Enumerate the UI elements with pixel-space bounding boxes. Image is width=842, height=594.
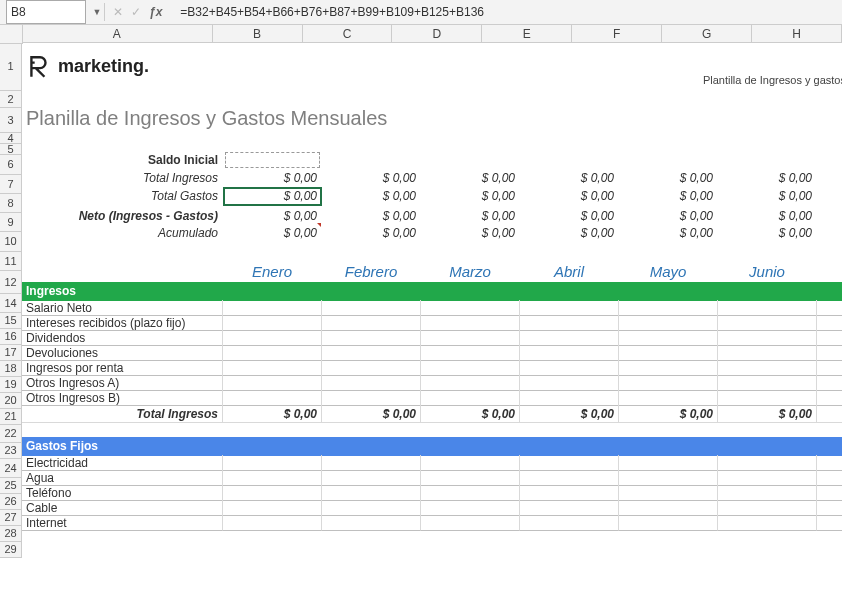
row-header-8[interactable]: 8 [0,194,22,213]
page-title[interactable]: Planilla de Ingresos y Gastos Mensuales [22,106,842,131]
ingreso-cell[interactable] [817,330,842,346]
ingreso-cell[interactable] [421,315,520,331]
empty[interactable] [817,150,842,170]
gasto-cell[interactable] [223,485,322,501]
ingreso-cell[interactable] [718,375,817,391]
name-box-dropdown[interactable]: ▼ [90,7,104,17]
total-gastos-val[interactable]: $ 0,00 [421,187,520,206]
ingreso-cell[interactable] [619,375,718,391]
acumulado-val[interactable]: $ 0,00 [421,223,520,243]
ingreso-cell[interactable] [520,330,619,346]
col-header-F[interactable]: F [572,25,662,43]
gasto-cell[interactable] [718,485,817,501]
ingreso-cell[interactable] [619,330,718,346]
gasto-cell[interactable] [718,470,817,486]
total-ingresos-section-val[interactable]: $ 0,00 [520,405,619,423]
gasto-cell[interactable] [718,515,817,531]
ingreso-cell[interactable] [718,390,817,406]
row-header-7[interactable]: 7 [0,175,22,194]
total-gastos-val[interactable]: $ 0,00 [817,187,842,206]
month-Febrero[interactable]: Febrero [322,260,421,283]
total-gastos-val[interactable]: $ 0,00 [322,187,421,206]
row-header-21[interactable]: 21 [0,409,22,425]
ingreso-cell[interactable] [718,315,817,331]
empty[interactable] [22,260,223,283]
month-Abril[interactable]: Abril [520,260,619,283]
row-header-6[interactable]: 6 [0,155,22,175]
gasto-cell[interactable] [718,455,817,471]
ingreso-cell[interactable] [421,390,520,406]
select-all-corner[interactable] [0,25,23,44]
gasto-cell[interactable] [817,500,842,516]
empty[interactable] [619,422,718,438]
section-ingresos[interactable]: Ingresos [22,282,842,301]
total-ingresos-section-val[interactable]: $ 0,00 [619,405,718,423]
ingreso-cell[interactable] [817,390,842,406]
gasto-cell[interactable] [421,500,520,516]
month-Julio[interactable]: Julio [817,260,842,283]
row-header-5[interactable]: 5 [0,144,22,155]
total-ingresos-label[interactable]: Total Ingresos [22,169,223,188]
gasto-cell[interactable] [223,470,322,486]
ingreso-cell[interactable] [223,390,322,406]
ingreso-cell[interactable] [817,300,842,316]
total-ingresos-section-val[interactable]: $ 0,00 [421,405,520,423]
gasto-cell[interactable] [223,455,322,471]
ingreso-cell[interactable] [718,360,817,376]
empty[interactable] [22,90,842,107]
ingreso-item[interactable]: Salario Neto [22,300,223,316]
ingreso-cell[interactable] [520,300,619,316]
gasto-cell[interactable] [619,515,718,531]
row-header-11[interactable]: 11 [0,252,22,271]
cells-area[interactable]: marketing.Plantilla de Ingresos y gastos… [22,43,842,558]
month-Mayo[interactable]: Mayo [619,260,718,283]
total-ingresos-val[interactable]: $ 0,00 [322,169,421,188]
empty[interactable] [421,422,520,438]
row-header-25[interactable]: 25 [0,478,22,494]
ingreso-cell[interactable] [322,300,421,316]
ingreso-cell[interactable] [322,390,421,406]
total-ingresos-val[interactable]: $ 0,00 [520,169,619,188]
acumulado-val[interactable]: $ 0,00 [223,223,322,243]
ingreso-cell[interactable] [322,330,421,346]
gasto-cell[interactable] [322,515,421,531]
ingreso-cell[interactable] [322,315,421,331]
formula-input[interactable]: =B32+B45+B54+B66+B76+B87+B99+B109+B125+B… [176,5,842,19]
row-header-12[interactable]: 12 [0,271,22,294]
empty[interactable] [718,422,817,438]
gasto-cell[interactable] [817,485,842,501]
empty[interactable] [322,422,421,438]
empty[interactable] [817,422,842,438]
total-ingresos-val[interactable]: $ 0,00 [223,169,322,188]
ingreso-cell[interactable] [322,345,421,361]
ingreso-cell[interactable] [223,315,322,331]
total-gastos-val[interactable]: $ 0,00 [223,187,322,206]
row-header-14[interactable]: 14 [0,294,22,313]
gasto-cell[interactable] [223,500,322,516]
ingreso-cell[interactable] [619,300,718,316]
total-ingresos-val[interactable]: $ 0,00 [817,169,842,188]
ingreso-cell[interactable] [520,375,619,391]
row-header-15[interactable]: 15 [0,313,22,329]
ingreso-cell[interactable] [421,360,520,376]
gasto-cell[interactable] [322,485,421,501]
total-ingresos-section-val[interactable]: $ 0,00 [322,405,421,423]
ingreso-cell[interactable] [817,360,842,376]
gasto-item[interactable]: Internet [22,515,223,531]
col-header-D[interactable]: D [392,25,482,43]
ingreso-cell[interactable] [619,315,718,331]
empty[interactable] [223,422,322,438]
gasto-cell[interactable] [421,455,520,471]
gasto-item[interactable]: Agua [22,470,223,486]
gasto-cell[interactable] [718,500,817,516]
row-header-29[interactable]: 29 [0,542,22,558]
ingreso-cell[interactable] [520,345,619,361]
gasto-cell[interactable] [817,515,842,531]
ingreso-cell[interactable] [619,360,718,376]
gasto-cell[interactable] [520,455,619,471]
gasto-cell[interactable] [520,515,619,531]
acumulado-label[interactable]: Acumulado [22,223,223,243]
gasto-cell[interactable] [520,485,619,501]
gasto-cell[interactable] [619,485,718,501]
ingreso-cell[interactable] [223,300,322,316]
